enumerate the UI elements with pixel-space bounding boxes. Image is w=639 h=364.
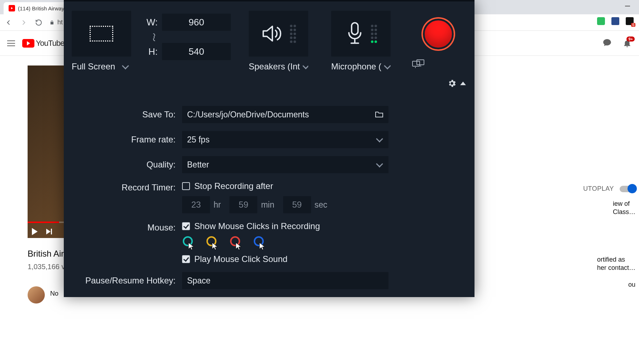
screen-recorder-panel: Full Screen W: H: Speakers (Int <box>64 0 475 297</box>
svg-rect-2 <box>417 60 424 65</box>
mouse-label: Mouse: <box>64 221 182 233</box>
lock-icon <box>49 20 54 25</box>
svg-rect-0 <box>352 23 358 35</box>
hotkey-label: Pause/Resume Hotkey: <box>64 276 182 286</box>
click-sound-label: Play Mouse Click Sound <box>194 254 287 264</box>
timer-minutes-input[interactable] <box>229 196 257 213</box>
amazon-extension-icon[interactable]: 6 <box>626 17 634 25</box>
chevron-down-icon <box>384 62 391 69</box>
related-video-2[interactable]: ortified as her contact… <box>597 256 635 272</box>
save-to-label: Save To: <box>64 110 182 120</box>
cursor-color-options <box>182 236 388 251</box>
quality-select[interactable]: Better <box>182 156 388 173</box>
speakers-tile[interactable] <box>249 11 308 57</box>
settings-toggle[interactable] <box>447 79 466 88</box>
address-bar[interactable]: ht <box>49 19 63 26</box>
width-input[interactable] <box>162 14 231 31</box>
timer-hours-input[interactable] <box>182 196 210 213</box>
messages-icon[interactable] <box>602 38 612 49</box>
related-video-1[interactable]: iew of Class… <box>613 200 635 216</box>
browser-tab[interactable]: (114) British Airways <box>4 2 72 14</box>
url-text: ht <box>57 19 63 26</box>
width-label: W: <box>146 17 158 28</box>
stop-after-label: Stop Recording after <box>194 181 273 191</box>
caret-up-icon <box>460 82 466 85</box>
microphone-tile[interactable] <box>331 11 391 57</box>
save-to-value: C:/Users/jo/OneDrive/Documents <box>187 110 309 120</box>
capture-area-icon <box>90 26 113 42</box>
svg-rect-1 <box>413 61 420 66</box>
related-video-3[interactable]: ou <box>628 281 635 289</box>
youtube-wordmark: YouTube <box>36 39 64 48</box>
framerate-label: Frame rate: <box>64 135 182 145</box>
hours-unit: hr <box>214 200 221 210</box>
reload-button[interactable] <box>34 18 43 27</box>
quality-label: Quality: <box>64 160 182 170</box>
stop-after-checkbox[interactable] <box>182 182 190 190</box>
evernote-extension-icon[interactable] <box>597 17 605 25</box>
notification-badge: 9+ <box>626 37 635 42</box>
speakers-dropdown[interactable]: Speakers (Int <box>249 62 308 72</box>
cursor-color-option-2[interactable] <box>229 236 244 251</box>
capture-area-tile[interactable] <box>72 11 131 57</box>
save-to-field[interactable]: C:/Users/jo/OneDrive/Documents <box>182 106 388 123</box>
link-dimensions-icon[interactable] <box>151 33 158 44</box>
framerate-select[interactable]: 25 fps <box>182 131 388 148</box>
seconds-unit: sec <box>315 200 328 210</box>
microphone-icon <box>345 22 364 45</box>
video-title: British Airv <box>28 249 68 259</box>
quality-value: Better <box>187 160 209 170</box>
autoplay-toggle[interactable] <box>620 186 635 192</box>
click-sound-checkbox[interactable] <box>182 255 190 263</box>
extension-icons: 6 <box>597 17 634 25</box>
notifications-button[interactable]: 9+ <box>623 39 632 48</box>
speaker-icon <box>261 24 283 44</box>
nav-back-button[interactable] <box>4 18 13 27</box>
settings-form: Save To: C:/Users/jo/OneDrive/Documents … <box>64 106 475 297</box>
cursor-color-option-3[interactable] <box>253 236 268 251</box>
play-button[interactable] <box>32 228 38 235</box>
record-button[interactable] <box>423 19 454 49</box>
video-views: 1,035,166 vi <box>28 263 67 271</box>
nav-forward-button[interactable] <box>19 18 28 27</box>
hotkey-field[interactable]: Space <box>182 272 388 289</box>
youtube-favicon-icon <box>9 5 15 11</box>
microphone-dropdown[interactable]: Microphone ( <box>331 62 391 72</box>
hotkey-value: Space <box>187 276 210 286</box>
gear-icon <box>447 79 457 88</box>
reader-extension-icon[interactable] <box>611 17 619 25</box>
mic-level-meter <box>371 25 377 43</box>
framerate-value: 25 fps <box>187 135 210 145</box>
cursor-color-option-0[interactable] <box>182 236 197 251</box>
show-clicks-checkbox[interactable] <box>182 222 190 230</box>
youtube-play-icon <box>22 39 34 48</box>
chevron-down-icon <box>122 62 129 69</box>
record-timer-label: Record Timer: <box>64 181 182 193</box>
multi-monitor-icon[interactable] <box>412 59 424 71</box>
speakers-value: Speakers (Int <box>249 62 300 72</box>
youtube-logo[interactable]: YouTube <box>22 39 64 48</box>
speaker-level-meter <box>290 25 296 43</box>
channel-avatar[interactable] <box>28 286 45 304</box>
channel-name[interactable]: No <box>50 290 58 297</box>
height-input[interactable] <box>162 43 231 60</box>
next-button[interactable] <box>46 229 52 234</box>
minutes-unit: min <box>261 200 274 210</box>
height-label: H: <box>146 46 158 57</box>
autoplay-row: UTOPLAY <box>583 185 635 193</box>
timer-seconds-input[interactable] <box>283 196 311 213</box>
cursor-color-option-1[interactable] <box>206 236 221 251</box>
chevron-down-icon <box>376 160 383 168</box>
chevron-down-icon <box>302 62 308 69</box>
autoplay-label: UTOPLAY <box>583 185 614 193</box>
capture-mode-value: Full Screen <box>72 62 115 72</box>
chevron-down-icon <box>376 135 383 142</box>
show-clicks-label: Show Mouse Clicks in Recording <box>194 221 320 231</box>
capture-mode-dropdown[interactable]: Full Screen <box>72 62 128 72</box>
folder-icon[interactable] <box>375 111 383 118</box>
microphone-value: Microphone ( <box>331 62 381 72</box>
menu-button[interactable] <box>7 40 15 46</box>
tab-title: (114) British Airways <box>18 5 67 11</box>
window-minimize-button[interactable] <box>625 6 630 6</box>
